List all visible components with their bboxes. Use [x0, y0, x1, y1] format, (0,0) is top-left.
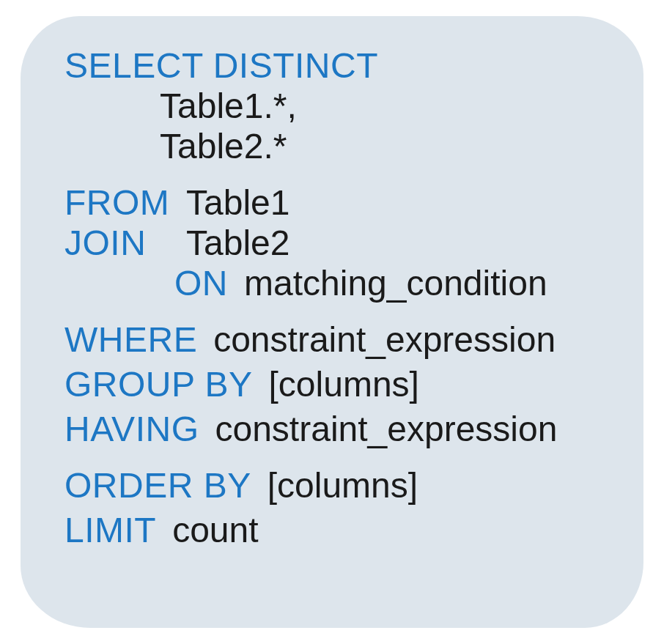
sql-syntax-card: SELECT DISTINCT Table1.*, Table2.* FROM …	[21, 16, 643, 628]
groupby-keyword: GROUP BY	[64, 364, 253, 404]
where-clause: WHERE constraint_expression	[64, 319, 614, 360]
groupby-clause: GROUP BY [columns]	[64, 364, 614, 404]
join-table: Table2	[186, 223, 289, 263]
limit-count: count	[172, 510, 258, 550]
groupby-cols: [columns]	[269, 364, 419, 404]
where-expr: constraint_expression	[213, 319, 556, 360]
limit-keyword: LIMIT	[64, 510, 156, 550]
select-column-2: Table2.*	[64, 126, 614, 166]
having-keyword: HAVING	[64, 409, 199, 449]
select-clause: SELECT DISTINCT	[64, 45, 614, 86]
from-table: Table1	[186, 182, 289, 223]
join-keyword: JOIN	[64, 223, 186, 263]
on-condition: matching_condition	[244, 263, 547, 303]
select-column-1: Table1.*,	[64, 86, 614, 126]
limit-clause: LIMIT count	[64, 510, 614, 550]
select-col-value: Table2.*	[160, 126, 287, 166]
orderby-clause: ORDER BY [columns]	[64, 465, 614, 506]
on-clause: ON matching_condition	[64, 263, 614, 303]
from-clause: FROM Table1	[64, 182, 614, 223]
from-keyword: FROM	[64, 182, 186, 223]
join-clause: JOIN Table2	[64, 223, 614, 263]
on-keyword: ON	[174, 263, 228, 303]
where-keyword: WHERE	[64, 319, 197, 360]
select-distinct-keyword: SELECT DISTINCT	[64, 45, 378, 86]
select-col-value: Table1.*,	[160, 86, 297, 126]
having-clause: HAVING constraint_expression	[64, 409, 614, 449]
having-expr: constraint_expression	[215, 409, 557, 449]
orderby-cols: [columns]	[268, 465, 418, 506]
orderby-keyword: ORDER BY	[64, 465, 251, 506]
